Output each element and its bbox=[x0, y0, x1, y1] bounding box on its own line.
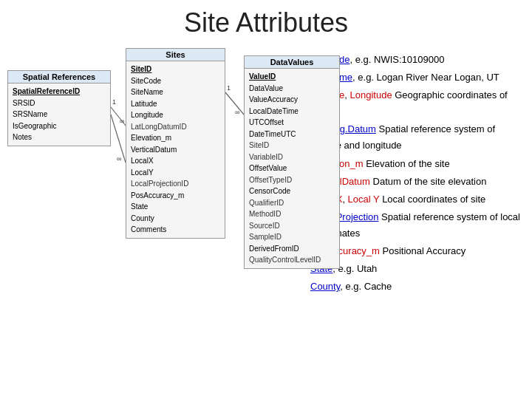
desc-posaccuracy: PosAccuracy_m Positional Accuracy bbox=[310, 243, 525, 259]
desc-sitecode-text: , e.g. NWIS:10109000 bbox=[349, 54, 444, 65]
field-notes: Notes bbox=[13, 132, 106, 143]
svg-line-3 bbox=[111, 115, 126, 163]
field-localprojectionid: LocalProjectionID bbox=[131, 178, 220, 190]
field-variableid: VariableID bbox=[249, 151, 335, 163]
table-spatial-references-header: Spatial References bbox=[8, 71, 110, 83]
field-qualifierid: QualifierID bbox=[249, 197, 335, 209]
field-siteid: SiteID bbox=[131, 64, 220, 75]
field-qualitycontrollevelid: QualityControlLevelID bbox=[249, 254, 335, 266]
field-srsid: SRSID bbox=[13, 98, 106, 109]
field-offsettypeid: OffsetTypeID bbox=[249, 174, 335, 186]
svg-text:1: 1 bbox=[227, 84, 231, 92]
field-sitename: SiteName bbox=[131, 86, 220, 98]
field-latlongdatumid: LatLongDatumID bbox=[131, 121, 220, 133]
table-sites-header: Sites bbox=[126, 49, 225, 61]
field-comments: Comments bbox=[131, 224, 220, 236]
table-spatial-references: Spatial References SpatialReferenceID SR… bbox=[7, 70, 111, 146]
desc-verticaldatum-text: Datum of the site elevation bbox=[370, 176, 487, 187]
field-verticaldatum: VerticalDatum bbox=[131, 144, 220, 156]
field-valueaccuracy: ValueAccuracy bbox=[249, 94, 335, 106]
desc-sitename-text: , e.g. Logan River Near Logan, UT bbox=[352, 72, 499, 83]
field-state: State bbox=[131, 201, 220, 213]
desc-posaccuracy-text: Positional Accuracy bbox=[380, 245, 466, 256]
field-isgeographic: IsGeographic bbox=[13, 120, 106, 132]
desc-elevation-text: Elevation of the site bbox=[364, 158, 450, 169]
table-datavalues: DataValues ValueID DataValue ValueAccura… bbox=[244, 55, 340, 269]
field-localx: LocalX bbox=[131, 155, 220, 167]
field-localy: LocalY bbox=[131, 167, 220, 179]
label-county: County bbox=[310, 281, 340, 292]
field-localdatetime: LocalDateTime bbox=[249, 106, 335, 117]
desc-county: County, e.g. Cache bbox=[310, 279, 525, 295]
desc-localxy-text: Local coordinates of site bbox=[380, 194, 486, 205]
field-sitecode: SiteCode bbox=[131, 75, 220, 87]
svg-text:∞: ∞ bbox=[117, 155, 121, 163]
table-sites-fields: SiteID SiteCode SiteName Latitude Longit… bbox=[126, 61, 225, 238]
field-srsname: SRSName bbox=[13, 109, 106, 120]
field-datavalue: DataValue bbox=[249, 83, 335, 95]
svg-line-0 bbox=[111, 107, 126, 126]
table-datavalues-header: DataValues bbox=[245, 56, 339, 69]
desc-localxy: Local X, Local Y Local coordinates of si… bbox=[310, 191, 525, 208]
label-longitude: Longitude bbox=[350, 89, 392, 100]
label-localy: Local Y bbox=[348, 194, 380, 205]
desc-localprojection: Local.Projection Spatial reference syste… bbox=[310, 209, 525, 242]
table-datavalues-fields: ValueID DataValue ValueAccuracy LocalDat… bbox=[245, 69, 339, 268]
field-county: County bbox=[131, 213, 220, 225]
svg-line-5 bbox=[225, 92, 244, 115]
desc-latlongdatum: LatLong.Datum Spatial reference system o… bbox=[310, 121, 525, 154]
page-title: Site Attributes bbox=[0, 0, 532, 44]
field-valueid: ValueID bbox=[249, 71, 335, 83]
field-offsetvalue: OffsetValue bbox=[249, 163, 335, 174]
field-sampleid: SampleID bbox=[249, 231, 335, 243]
field-utcoffset: UTCOffset bbox=[249, 117, 335, 129]
comma2: , bbox=[342, 194, 347, 205]
table-sites: Sites SiteID SiteCode SiteName Latitude … bbox=[126, 48, 225, 239]
field-censorcode: CensorCode bbox=[249, 185, 335, 197]
field-sourceid: SourceID bbox=[249, 220, 335, 232]
field-derivedfromid: DerivedFromID bbox=[249, 243, 335, 255]
field-longitude: Longitude bbox=[131, 109, 220, 121]
field-latitude: Latitude bbox=[131, 98, 220, 110]
desc-county-text: , e.g. Cache bbox=[340, 281, 392, 292]
field-elevation-m: Elevation_m bbox=[131, 132, 220, 144]
svg-text:∞: ∞ bbox=[235, 109, 239, 116]
desc-lat-long: Latitude, Longitude Geographic coordinat… bbox=[310, 87, 525, 120]
field-dv-siteid: SiteID bbox=[249, 140, 335, 151]
table-spatial-references-fields: SpatialReferenceID SRSID SRSName IsGeogr… bbox=[8, 83, 110, 146]
field-posaccuracy-m: PosAccuracy_m bbox=[131, 190, 220, 202]
field-methodid: MethodID bbox=[249, 208, 335, 220]
er-diagram: 1 ∞ ∞ 1 ∞ Spatial References SpatialRefe… bbox=[7, 48, 296, 277]
svg-text:∞: ∞ bbox=[120, 117, 124, 125]
field-spatialreferenceid: SpatialReferenceID bbox=[13, 86, 106, 98]
desc-sitecode: SiteCode, e.g. NWIS:10109000 bbox=[310, 52, 525, 68]
desc-state: State, e.g. Utah bbox=[310, 261, 525, 277]
desc-elevation: Elevation_m Elevation of the site bbox=[310, 156, 525, 172]
desc-verticaldatum: VerticalDatum Datum of the site elevatio… bbox=[310, 174, 525, 190]
field-datetimeutc: DateTimeUTC bbox=[249, 129, 335, 140]
comma1: , bbox=[344, 89, 349, 100]
svg-text:1: 1 bbox=[112, 98, 116, 106]
desc-sitename: SiteName, e.g. Logan River Near Logan, U… bbox=[310, 69, 525, 86]
